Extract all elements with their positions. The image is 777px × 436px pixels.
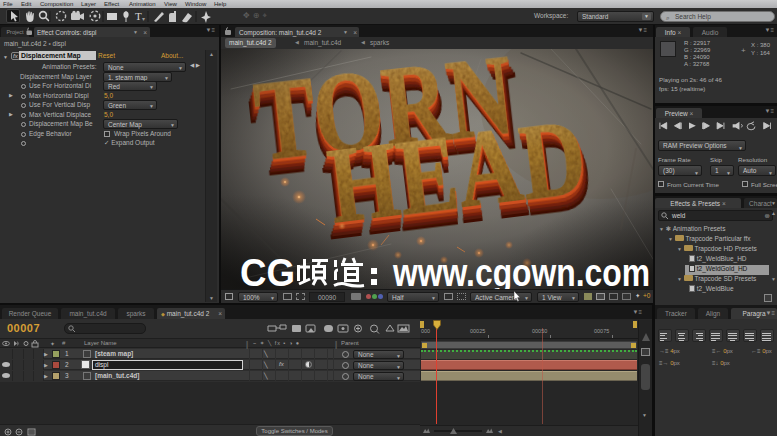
svg-text:www.cgown.com: www.cgown.com: [392, 251, 650, 289]
svg-text:T: T: [135, 10, 142, 22]
svg-text:▾: ▾: [142, 16, 145, 22]
svg-text:CG: CG: [240, 251, 295, 289]
